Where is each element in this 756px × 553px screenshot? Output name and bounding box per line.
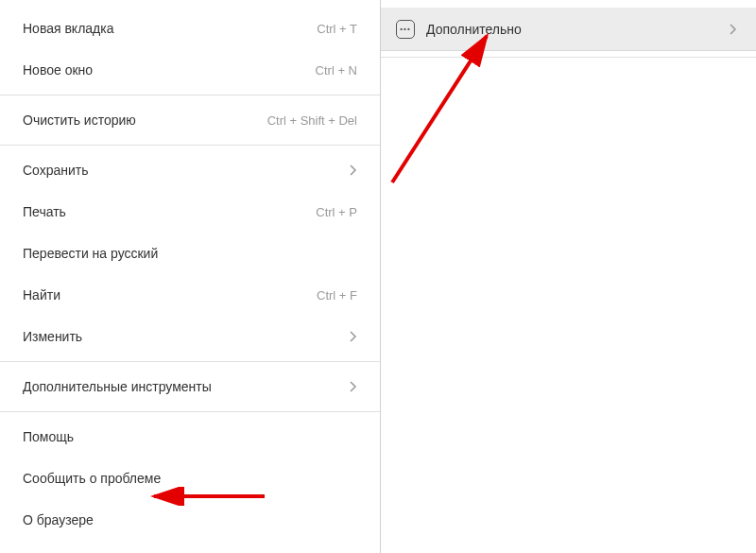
menu-shortcut: Ctrl + Shift + Del: [267, 113, 357, 128]
menu-label: Перевести на русский: [23, 246, 158, 261]
menu-item-find[interactable]: Найти Ctrl + F: [0, 274, 380, 316]
menu-item-new-window[interactable]: Новое окно Ctrl + N: [0, 49, 380, 91]
menu-shortcut: Ctrl + P: [316, 205, 357, 219]
menu-item-clear-history[interactable]: Очистить историю Ctrl + Shift + Del: [0, 99, 380, 141]
chevron-right-icon: [350, 381, 357, 392]
more-icon: •••: [396, 20, 415, 39]
menu-item-translate[interactable]: Перевести на русский: [0, 233, 380, 274]
chevron-right-icon: [350, 164, 357, 176]
submenu-divider: [381, 57, 756, 58]
menu-item-print[interactable]: Печать Ctrl + P: [0, 191, 380, 233]
submenu-item-additional[interactable]: ••• Дополнительно: [381, 8, 756, 51]
menu-label: Новое окно: [23, 62, 93, 78]
menu-divider: [0, 411, 380, 412]
menu-divider: [0, 145, 380, 146]
menu-label: Очистить историю: [23, 112, 136, 128]
menu-label: Помощь: [23, 429, 74, 444]
chevron-right-icon: [730, 24, 737, 35]
menu-shortcut: Ctrl + T: [317, 22, 357, 36]
menu-item-save[interactable]: Сохранить: [0, 149, 380, 191]
menu-item-edit[interactable]: Изменить: [0, 316, 380, 357]
menu-label: Изменить: [23, 329, 82, 344]
menu-item-about-browser[interactable]: О браузере: [0, 499, 380, 541]
menu-shortcut: Ctrl + F: [317, 288, 357, 302]
submenu-label: Дополнительно: [426, 22, 522, 37]
menu-label: Дополнительные инструменты: [23, 379, 212, 394]
menu-label: Найти: [23, 287, 60, 302]
menu-item-report-problem[interactable]: Сообщить о проблеме: [0, 458, 380, 499]
chevron-right-icon: [350, 331, 357, 342]
menu-label: Сохранить: [23, 163, 89, 178]
menu-label: Печать: [23, 204, 66, 219]
submenu-panel: ••• Дополнительно: [381, 0, 756, 553]
menu-label: Новая вкладка: [23, 21, 114, 36]
menu-item-close-browser[interactable]: Закрыть браузер Ctrl + Shift + Q: [0, 541, 380, 553]
menu-item-new-tab[interactable]: Новая вкладка Ctrl + T: [0, 8, 380, 49]
menu-label: О браузере: [23, 512, 94, 527]
menu-item-help[interactable]: Помощь: [0, 416, 380, 458]
menu-divider: [0, 361, 380, 362]
main-menu-panel: Новая вкладка Ctrl + T Новое окно Ctrl +…: [0, 0, 381, 553]
menu-item-additional-tools[interactable]: Дополнительные инструменты: [0, 366, 380, 407]
menu-label: Сообщить о проблеме: [23, 471, 161, 486]
menu-divider: [0, 95, 380, 95]
menu-shortcut: Ctrl + N: [316, 63, 357, 78]
